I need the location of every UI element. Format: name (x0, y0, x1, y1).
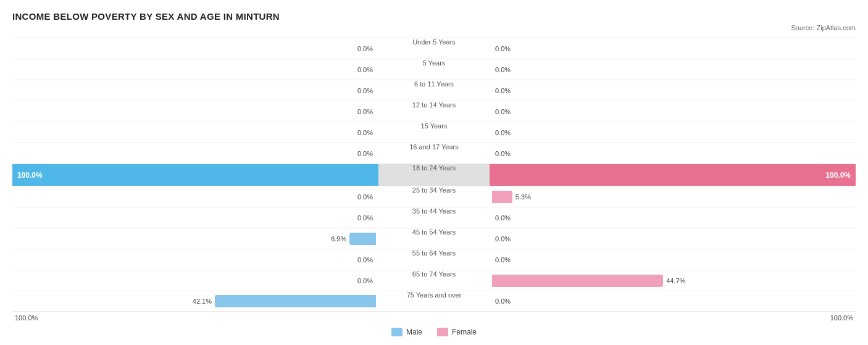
row-label: 25 to 34 Years (378, 186, 490, 207)
bar-row: 0.0%65 to 74 Years44.7% (12, 270, 856, 291)
row-label: 45 to 54 Years (378, 228, 490, 249)
row-label: 35 to 44 Years (378, 207, 490, 228)
left-value: 0.0% (357, 150, 373, 157)
right-value: 5.3% (515, 193, 531, 201)
row-label: Under 5 Years (378, 38, 490, 59)
left-value: 0.0% (357, 129, 373, 136)
right-section: 0.0% (490, 38, 856, 59)
left-section: 42.1% (12, 291, 378, 311)
left-section: 6.9% (12, 228, 378, 249)
chart-container: INCOME BELOW POVERTY BY SEX AND AGE IN M… (12, 11, 856, 336)
left-section: 0.0% (12, 80, 378, 101)
row-label: 55 to 64 Years (378, 249, 490, 270)
right-section: 0.0% (490, 80, 856, 101)
row-label: 18 to 24 Years (378, 164, 490, 186)
right-section: 0.0% (490, 101, 856, 122)
chart-area: 0.0%Under 5 Years0.0%0.0%5 Years0.0%0.0%… (12, 38, 856, 336)
right-value: 0.0% (495, 108, 511, 115)
right-value: 0.0% (495, 256, 511, 264)
right-section: 0.0% (490, 143, 856, 164)
right-section: 0.0% (490, 207, 856, 228)
left-value: 100.0% (17, 171, 43, 180)
bar-row: 0.0%25 to 34 Years5.3% (12, 186, 856, 207)
right-value: 0.0% (495, 87, 511, 94)
left-value: 0.0% (357, 277, 373, 285)
bar-row: 0.0%Under 5 Years0.0% (12, 38, 856, 59)
right-value: 0.0% (495, 66, 511, 73)
left-section: 0.0% (12, 59, 378, 80)
bar-row: 0.0%15 Years0.0% (12, 122, 856, 143)
bar-row: 0.0%55 to 64 Years0.0% (12, 249, 856, 270)
female-color-box (437, 328, 448, 336)
right-value: 0.0% (495, 45, 511, 52)
right-value: 0.0% (495, 214, 511, 222)
right-section: 44.7% (490, 270, 856, 291)
left-section: 0.0% (12, 186, 378, 207)
right-section: 0.0% (490, 228, 856, 249)
left-value: 42.1% (193, 297, 212, 305)
bar-row: 100.0%18 to 24 Years100.0% (12, 164, 856, 186)
right-value: 100.0% (825, 171, 851, 180)
left-section: 0.0% (12, 101, 378, 122)
chart-title: INCOME BELOW POVERTY BY SEX AND AGE IN M… (12, 11, 856, 22)
left-value: 0.0% (357, 256, 373, 264)
row-label: 6 to 11 Years (378, 80, 490, 101)
left-value: 0.0% (357, 214, 373, 222)
left-section: 100.0% (12, 164, 378, 186)
left-value: 0.0% (357, 45, 373, 52)
row-label: 75 Years and over (378, 291, 490, 311)
left-value: 0.0% (357, 108, 373, 115)
male-label: Male (406, 328, 422, 336)
right-section: 0.0% (490, 122, 856, 143)
right-section: 100.0% (490, 164, 856, 186)
bar-row: 0.0%16 and 17 Years0.0% (12, 143, 856, 164)
right-value: 0.0% (495, 150, 511, 157)
left-value: 6.9% (331, 235, 346, 243)
row-label: 5 Years (378, 59, 490, 80)
right-value: 0.0% (495, 129, 511, 136)
left-section: 0.0% (12, 249, 378, 270)
row-label: 12 to 14 Years (378, 101, 490, 122)
bar-row: 0.0%5 Years0.0% (12, 59, 856, 80)
right-section: 0.0% (490, 249, 856, 270)
left-section: 0.0% (12, 270, 378, 291)
left-section: 0.0% (12, 122, 378, 143)
male-color-box (391, 328, 403, 336)
row-label: 15 Years (378, 122, 490, 143)
bar-row: 0.0%35 to 44 Years0.0% (12, 207, 856, 228)
right-value: 0.0% (495, 235, 511, 243)
bar-row: 0.0%12 to 14 Years0.0% (12, 101, 856, 122)
legend: Male Female (12, 328, 856, 336)
legend-male: Male (391, 328, 422, 336)
source-label: Source: ZipAtlas.com (12, 24, 856, 31)
row-label: 65 to 74 Years (378, 270, 490, 291)
chart-footer: 100.0%100.0% (12, 314, 856, 322)
left-section: 0.0% (12, 38, 378, 59)
right-section: 0.0% (490, 291, 856, 311)
left-section: 0.0% (12, 143, 378, 164)
bar-row: 6.9%45 to 54 Years0.0% (12, 228, 856, 249)
right-section: 0.0% (490, 59, 856, 80)
left-value: 0.0% (357, 193, 373, 201)
left-section: 0.0% (12, 207, 378, 228)
right-value: 0.0% (495, 297, 511, 305)
left-value: 0.0% (357, 87, 373, 94)
left-value: 0.0% (357, 66, 373, 73)
female-label: Female (452, 328, 477, 336)
row-label: 16 and 17 Years (378, 143, 490, 164)
bar-row: 42.1%75 Years and over0.0% (12, 291, 856, 312)
right-section: 5.3% (490, 186, 856, 207)
right-value: 44.7% (666, 277, 685, 285)
bar-row: 0.0%6 to 11 Years0.0% (12, 80, 856, 101)
legend-female: Female (437, 328, 477, 336)
